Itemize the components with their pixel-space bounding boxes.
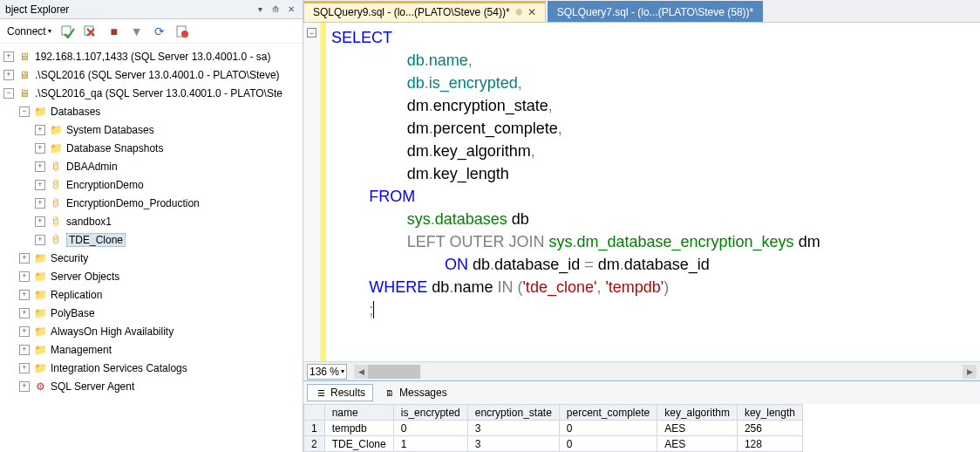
db-node-4[interactable]: +🛢TDE_Clone bbox=[0, 230, 303, 249]
col-percent-complete[interactable]: percent_complete bbox=[559, 405, 657, 421]
folder-icon: 📁 bbox=[33, 270, 47, 284]
folder-server-objects[interactable]: +📁Server Objects bbox=[0, 267, 303, 285]
explorer-toolbar: Connect▾ ■ ▼ ⟳ bbox=[0, 19, 303, 44]
scroll-right-icon[interactable]: ▶ bbox=[963, 365, 977, 379]
zoom-dropdown[interactable]: 136 % ▾ bbox=[307, 364, 347, 380]
cell[interactable]: 256 bbox=[737, 421, 802, 436]
messages-icon: 🗎 bbox=[384, 387, 396, 399]
folder-polybase[interactable]: +📁PolyBase bbox=[0, 304, 303, 322]
col-key-algorithm[interactable]: key_algorithm bbox=[657, 405, 738, 421]
cell[interactable]: tempdb bbox=[324, 421, 393, 436]
db-node-2[interactable]: +🛢EncryptionDemo_Production bbox=[0, 194, 303, 212]
databases-node[interactable]: −📁Databases bbox=[0, 102, 303, 120]
cell[interactable]: TDE_Clone bbox=[324, 436, 393, 452]
results-row-2[interactable]: 2 TDE_Clone 1 3 0 AES 128 bbox=[304, 436, 803, 452]
folder-icon: 📁 bbox=[33, 251, 47, 265]
code-text[interactable]: SELECT db.name, db.is_encrypted, dm.encr… bbox=[326, 23, 980, 361]
document-tabs: SQLQuery9.sql - (lo...(PLATO\Steve (54))… bbox=[303, 0, 980, 23]
db-node-3[interactable]: +🛢sandbox1 bbox=[0, 212, 303, 230]
editor-panel: SQLQuery9.sql - (lo...(PLATO\Steve (54))… bbox=[303, 0, 980, 452]
object-explorer-title: bject Explorer bbox=[5, 3, 69, 16]
results-header-row: name is_encrypted encryption_state perce… bbox=[304, 405, 803, 421]
results-tab[interactable]: ☰ Results bbox=[307, 384, 373, 401]
collapse-region-icon[interactable]: − bbox=[307, 28, 316, 38]
dropdown-icon[interactable]: ▾ bbox=[254, 3, 266, 16]
results-row-1[interactable]: 1 tempdb 0 3 0 AES 256 bbox=[304, 421, 803, 436]
cell[interactable]: 3 bbox=[467, 436, 559, 452]
server-node-2[interactable]: −🖥.\SQL2016_qa (SQL Server 13.0.4001.0 -… bbox=[0, 84, 303, 102]
cell[interactable]: AES bbox=[657, 436, 738, 452]
code-editor[interactable]: − SELECT db.name, db.is_encrypted, dm.en… bbox=[303, 23, 980, 361]
horizontal-scrollbar[interactable]: ◀ ▶ bbox=[354, 365, 977, 379]
cell[interactable]: 3 bbox=[467, 421, 559, 436]
scroll-left-icon[interactable]: ◀ bbox=[354, 365, 368, 379]
zoom-bar: 136 % ▾ ◀ ▶ bbox=[303, 361, 980, 380]
sql-server-agent-node[interactable]: +⚙SQL Server Agent bbox=[0, 377, 303, 395]
database-icon: 🛢 bbox=[49, 160, 63, 174]
results-tabstrip: ☰ Results 🗎 Messages bbox=[303, 381, 980, 404]
scroll-thumb[interactable] bbox=[368, 365, 420, 379]
disconnect-server-icon[interactable] bbox=[83, 23, 100, 40]
cell[interactable]: 0 bbox=[559, 421, 657, 436]
server-node-0[interactable]: +🖥192.168.1.107,1433 (SQL Server 13.0.40… bbox=[0, 47, 303, 65]
script-icon[interactable] bbox=[174, 23, 191, 40]
tab-active[interactable]: SQLQuery9.sql - (lo...(PLATO\Steve (54))… bbox=[303, 1, 546, 22]
tab-active-label: SQLQuery9.sql - (lo...(PLATO\Steve (54))… bbox=[313, 6, 510, 18]
cell[interactable]: 1 bbox=[393, 436, 467, 452]
server-icon: 🖥 bbox=[17, 68, 31, 82]
filter-icon[interactable]: ▼ bbox=[128, 23, 146, 40]
db-node-1[interactable]: +🛢EncryptionDemo bbox=[0, 175, 303, 194]
rownum-header bbox=[304, 405, 325, 421]
folder-alwayson[interactable]: +📁AlwaysOn High Availability bbox=[0, 322, 303, 340]
cell[interactable]: 128 bbox=[737, 436, 802, 452]
stop-icon[interactable]: ■ bbox=[105, 23, 123, 40]
messages-tab[interactable]: 🗎 Messages bbox=[377, 385, 454, 401]
rownum-cell: 1 bbox=[304, 421, 325, 436]
database-icon: 🛢 bbox=[49, 178, 63, 192]
cell[interactable]: 0 bbox=[393, 421, 467, 436]
grid-icon: ☰ bbox=[315, 387, 327, 399]
folder-icon: 📁 bbox=[33, 325, 47, 339]
pin-icon[interactable]: ⟰ bbox=[269, 3, 282, 16]
col-name[interactable]: name bbox=[324, 405, 393, 421]
object-explorer-titlebar: bject Explorer ▾ ⟰ ✕ bbox=[0, 0, 303, 19]
folder-icon: 📁 bbox=[33, 105, 47, 119]
rownum-cell: 2 bbox=[304, 436, 325, 452]
folder-icon: 📁 bbox=[33, 361, 47, 375]
folder-icon: 📁 bbox=[33, 288, 47, 302]
svg-rect-0 bbox=[62, 26, 71, 35]
server-icon: 🖥 bbox=[17, 50, 31, 64]
pin-icon[interactable]: ⊕ bbox=[515, 7, 522, 17]
object-explorer-panel: bject Explorer ▾ ⟰ ✕ Connect▾ ■ ▼ ⟳ +🖥19… bbox=[0, 0, 303, 452]
close-icon[interactable]: ✕ bbox=[527, 6, 536, 18]
tab-inactive-label: SQLQuery7.sql - (lo...(PLATO\Steve (58))… bbox=[557, 6, 754, 18]
tab-inactive[interactable]: SQLQuery7.sql - (lo...(PLATO\Steve (58))… bbox=[548, 1, 764, 22]
server-node-1[interactable]: +🖥.\SQL2016 (SQL Server 13.0.4001.0 - PL… bbox=[0, 65, 303, 84]
zoom-value: 136 % bbox=[310, 366, 339, 378]
folder-issc[interactable]: +📁Integration Services Catalogs bbox=[0, 359, 303, 377]
connect-button[interactable]: Connect▾ bbox=[3, 24, 55, 39]
col-encryption-state[interactable]: encryption_state bbox=[467, 405, 559, 421]
folder-icon: 📁 bbox=[33, 306, 47, 320]
results-grid[interactable]: name is_encrypted encryption_state perce… bbox=[303, 404, 980, 452]
db-node-0[interactable]: +🛢DBAAdmin bbox=[0, 157, 303, 175]
database-icon: 🛢 bbox=[49, 233, 63, 247]
col-is-encrypted[interactable]: is_encrypted bbox=[393, 405, 467, 421]
snapshots-node[interactable]: +📁Database Snapshots bbox=[0, 139, 303, 157]
folder-security[interactable]: +📁Security bbox=[0, 249, 303, 267]
refresh-icon[interactable]: ⟳ bbox=[151, 23, 168, 40]
server-icon: 🖥 bbox=[17, 86, 31, 100]
col-key-length[interactable]: key_length bbox=[737, 405, 802, 421]
svg-point-3 bbox=[181, 31, 188, 38]
folder-management[interactable]: +📁Management bbox=[0, 340, 303, 359]
text-caret bbox=[373, 301, 374, 318]
close-icon[interactable]: ✕ bbox=[285, 3, 297, 16]
folder-icon: 📁 bbox=[33, 343, 47, 357]
system-databases-node[interactable]: +📁System Databases bbox=[0, 120, 303, 139]
connect-server-icon[interactable] bbox=[60, 23, 78, 40]
folder-icon: 📁 bbox=[49, 141, 63, 155]
cell[interactable]: AES bbox=[657, 421, 738, 436]
folder-replication[interactable]: +📁Replication bbox=[0, 285, 303, 304]
explorer-tree[interactable]: +🖥192.168.1.107,1433 (SQL Server 13.0.40… bbox=[0, 44, 303, 452]
cell[interactable]: 0 bbox=[559, 436, 657, 452]
